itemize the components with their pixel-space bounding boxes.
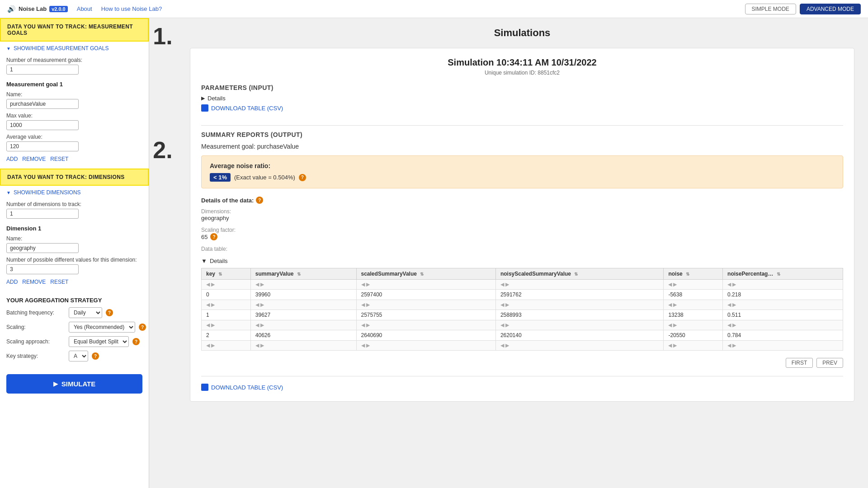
main-content: Simulations Simulation 10:34:11 AM 10/31… xyxy=(176,18,868,488)
reset-goal-button[interactable]: RESET xyxy=(50,156,68,162)
goal1-avg-input[interactable] xyxy=(6,141,79,151)
play-icon: ▶ xyxy=(53,380,58,387)
batching-select[interactable]: Daily Weekly xyxy=(69,307,102,318)
data-table: key ⇅ summaryValue ⇅ scaledSummaryValue … xyxy=(201,268,843,351)
divider1 xyxy=(201,125,843,126)
cell-scaledSummaryValue: 2640690 xyxy=(356,330,495,341)
table-header: key ⇅ summaryValue ⇅ scaledSummaryValue … xyxy=(202,268,843,290)
dim1-name-input[interactable] xyxy=(6,243,79,253)
scaling-approach-help-icon[interactable]: ? xyxy=(132,338,140,345)
sim-title: Simulation 10:34:11 AM 10/31/2022 xyxy=(201,57,843,68)
goal1-title: Measurement goal 1 xyxy=(0,76,149,89)
scaling-factor-value: 65 xyxy=(201,234,208,240)
noise-help-icon[interactable]: ? xyxy=(299,174,306,181)
col-scaled-sub: ◀ ▶ xyxy=(356,280,495,290)
cell-noise: 13238 xyxy=(664,310,723,320)
download-csv-label: DOWNLOAD TABLE (CSV) xyxy=(211,105,283,112)
goal1-max-label: Max value: xyxy=(6,113,142,119)
step2-number: 2. xyxy=(153,138,172,162)
cell-summaryValue: 40626 xyxy=(250,330,356,341)
add-goal-button[interactable]: ADD xyxy=(6,156,18,162)
batching-help-icon[interactable]: ? xyxy=(106,309,113,316)
scaling-help-icon[interactable]: ? xyxy=(139,324,146,331)
goal1-max-input[interactable] xyxy=(6,120,79,130)
goal1-name-field: Name: xyxy=(0,89,149,111)
table-sub-row: ◀ ▶◀ ▶◀ ▶◀ ▶◀ ▶◀ ▶ xyxy=(202,300,843,310)
cell-noisePercentage: 0.511 xyxy=(723,310,843,320)
dim1-name-label: Name: xyxy=(6,235,142,242)
download-csv-button[interactable]: DOWNLOAD TABLE (CSV) xyxy=(201,104,283,112)
goal1-avg-label: Average value: xyxy=(6,134,142,140)
chevron-down-icon: ▼ xyxy=(6,46,11,51)
top-navigation: 🔊 Noise Lab v2.0.0 About How to use Nois… xyxy=(0,0,868,18)
simple-mode-button[interactable]: SIMPLE MODE xyxy=(745,4,796,14)
pagination-first[interactable]: FIRST xyxy=(786,358,813,368)
cell-scaledSummaryValue: 2575755 xyxy=(356,310,495,320)
key-strategy-help-icon[interactable]: ? xyxy=(92,352,99,360)
scaling-select[interactable]: Yes (Recommended) No xyxy=(69,322,135,333)
add-dim-button[interactable]: ADD xyxy=(6,279,18,285)
toggle-dimensions[interactable]: ▼ SHOW/HIDE DIMENSIONS xyxy=(0,186,149,199)
table-body: 03996025974002591762-56380.218◀ ▶◀ ▶◀ ▶◀… xyxy=(202,290,843,351)
pagination-prev[interactable]: PREV xyxy=(816,358,843,368)
table-row: 03996025974002591762-56380.218 xyxy=(202,290,843,300)
main-inner: Simulations Simulation 10:34:11 AM 10/31… xyxy=(176,18,868,411)
table-row: 24062626406902620140-205500.784 xyxy=(202,330,843,341)
cell-summaryValue: 39627 xyxy=(250,310,356,320)
params-details-label: Details xyxy=(208,95,226,102)
scaling-approach-select[interactable]: Equal Budget Split xyxy=(69,336,129,347)
reset-dim-button[interactable]: RESET xyxy=(50,279,68,285)
table-sub-row: ◀ ▶◀ ▶◀ ▶◀ ▶◀ ▶◀ ▶ xyxy=(202,341,843,351)
col-scaled: scaledSummaryValue ⇅ xyxy=(356,268,495,280)
download-bottom-button[interactable]: DOWNLOAD TABLE (CSV) xyxy=(201,384,283,391)
key-strategy-select[interactable]: A B xyxy=(69,351,88,361)
toggle-dims-label: SHOW/HIDE DIMENSIONS xyxy=(14,189,81,196)
csv-icon-bottom xyxy=(201,384,208,391)
dimensions-value: geography xyxy=(201,215,843,221)
about-link[interactable]: About xyxy=(77,5,92,12)
dimensions-label: Dimensions: xyxy=(201,208,843,215)
scaling-factor-row: 65 ? xyxy=(201,233,843,240)
section2-wrapper: DATA YOU WANT TO TRACK: DIMENSIONS ▼ SHO… xyxy=(0,169,149,288)
section1-actions: ADD REMOVE RESET xyxy=(0,153,149,165)
num-goals-input[interactable] xyxy=(6,65,79,75)
col-noisy: noisyScaledSummaryValue ⇅ xyxy=(495,268,663,280)
remove-dim-button[interactable]: REMOVE xyxy=(22,279,46,285)
scaling-factor-help-icon[interactable]: ? xyxy=(210,233,217,240)
cell-key: 1 xyxy=(202,310,251,320)
num-dims-input[interactable] xyxy=(6,209,79,219)
data-table-label: Data table: xyxy=(201,246,843,252)
triangle-down-icon: ▼ xyxy=(201,258,207,264)
col-noisy-sub: ◀ ▶ xyxy=(495,280,663,290)
scaling-factor-info: Scaling factor: 65 ? xyxy=(201,227,843,240)
simulate-button[interactable]: ▶ SIMULATE xyxy=(6,374,142,394)
cell-key: 2 xyxy=(202,330,251,341)
dim1-possible-input[interactable] xyxy=(6,264,79,274)
toggle-label: SHOW/HIDE MEASUREMENT GOALS xyxy=(14,45,108,52)
remove-goal-button[interactable]: REMOVE xyxy=(22,156,46,162)
num-goals-label: Number of measurement goals: xyxy=(6,57,142,63)
toggle-measurement-goals[interactable]: ▼ SHOW/HIDE MEASUREMENT GOALS xyxy=(0,42,149,55)
nav-links: About How to use Noise Lab? xyxy=(77,5,162,12)
triangle-right-icon: ▶ xyxy=(201,95,205,101)
data-table-info: Data table: xyxy=(201,246,843,252)
measurement-goal-label: Measurement goal: purchaseValue xyxy=(201,143,843,150)
cell-scaledSummaryValue: 2597400 xyxy=(356,290,495,300)
noise-badge: < 1% xyxy=(210,173,231,182)
table-details-label: Details xyxy=(210,258,228,264)
params-details-row[interactable]: ▶ Details xyxy=(201,95,843,102)
goal1-max-field: Max value: xyxy=(0,111,149,132)
scaling-approach-label: Scaling approach: xyxy=(6,338,65,345)
scaling-field: Scaling: Yes (Recommended) No ? xyxy=(6,322,142,333)
table-row: 13962725757552588993132380.511 xyxy=(202,310,843,320)
goal1-name-input[interactable] xyxy=(6,99,79,109)
section2-header: DATA YOU WANT TO TRACK: DIMENSIONS xyxy=(0,169,149,186)
table-sub-row: ◀ ▶◀ ▶◀ ▶◀ ▶◀ ▶◀ ▶ xyxy=(202,320,843,330)
download-bottom-label: DOWNLOAD TABLE (CSV) xyxy=(211,384,283,391)
table-details-row[interactable]: ▼ Details xyxy=(201,258,843,264)
advanced-mode-button[interactable]: ADVANCED MODE xyxy=(800,4,861,14)
details-help-icon[interactable]: ? xyxy=(256,197,263,204)
logo-icon: 🔊 xyxy=(7,5,16,13)
noise-ratio-title: Average noise ratio: xyxy=(210,162,835,169)
how-to-link[interactable]: How to use Noise Lab? xyxy=(101,5,162,12)
